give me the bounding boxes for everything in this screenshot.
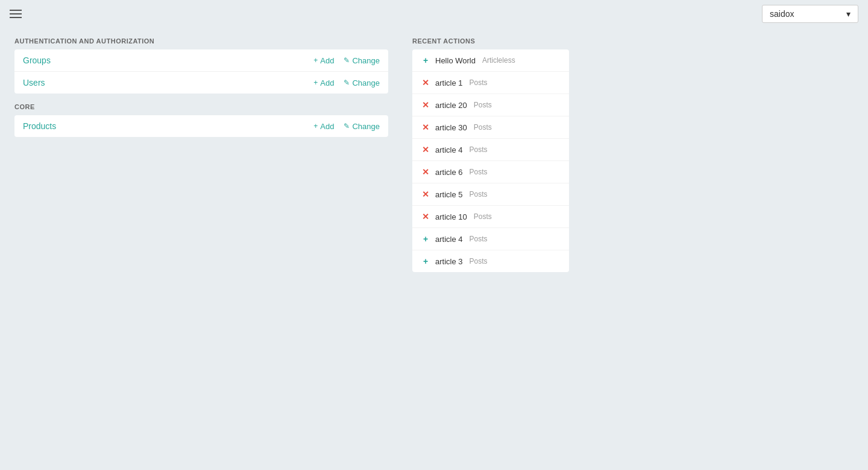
- edit-icon: ✎: [344, 122, 350, 130]
- plus-icon: +: [313, 78, 318, 87]
- groups-change-link[interactable]: ✎ Change: [344, 56, 380, 65]
- products-change-link[interactable]: ✎ Change: [344, 122, 380, 131]
- left-panel: AUTHENTICATION AND AUTHORIZATION Groups …: [14, 37, 388, 272]
- add-icon: +: [421, 234, 430, 244]
- plus-icon: +: [313, 122, 318, 130]
- groups-add-link[interactable]: + Add: [313, 56, 334, 65]
- products-row: Products + Add ✎ Change: [14, 115, 388, 137]
- chevron-down-icon: ▾: [846, 9, 851, 19]
- right-panel: RECENT ACTIONS + Hello World Articleless…: [412, 37, 569, 272]
- main-content: AUTHENTICATION AND AUTHORIZATION Groups …: [0, 28, 868, 282]
- add-icon: +: [421, 56, 430, 65]
- groups-link[interactable]: Groups: [23, 56, 313, 65]
- products-add-label: Add: [320, 122, 334, 131]
- recent-item-type: Posts: [470, 190, 488, 198]
- groups-actions: + Add ✎ Change: [313, 56, 380, 65]
- list-item: ✕ article 4 Posts: [412, 139, 569, 161]
- recent-item-text[interactable]: article 20: [435, 101, 467, 110]
- products-actions: + Add ✎ Change: [313, 122, 380, 131]
- core-section-title: CORE: [14, 103, 388, 110]
- hamburger-menu[interactable]: [10, 10, 22, 18]
- top-bar: saidox ▾: [0, 0, 868, 28]
- auth-section-title: AUTHENTICATION AND AUTHORIZATION: [14, 37, 388, 45]
- recent-item-type: Posts: [474, 101, 492, 109]
- delete-icon: ✕: [421, 189, 430, 199]
- core-section-card: Products + Add ✎ Change: [14, 115, 388, 137]
- delete-icon: ✕: [421, 145, 430, 154]
- delete-icon: ✕: [421, 122, 430, 132]
- recent-item-text[interactable]: article 5: [435, 190, 463, 199]
- recent-item-text[interactable]: article 10: [435, 212, 467, 221]
- list-item: ✕ article 20 Posts: [412, 94, 569, 116]
- recent-item-text[interactable]: Hello World: [435, 56, 476, 65]
- list-item: ✕ article 5 Posts: [412, 183, 569, 206]
- user-dropdown[interactable]: saidox ▾: [762, 5, 858, 23]
- recent-item-type: Posts: [474, 212, 492, 221]
- recent-item-type: Posts: [470, 257, 488, 265]
- delete-icon: ✕: [421, 100, 430, 110]
- recent-actions-card: + Hello World Articleless ✕ article 1 Po…: [412, 49, 569, 272]
- list-item: + article 4 Posts: [412, 228, 569, 250]
- recent-item-text[interactable]: article 4: [435, 235, 463, 244]
- recent-item-text[interactable]: article 3: [435, 257, 463, 266]
- list-item: ✕ article 30 Posts: [412, 116, 569, 139]
- delete-icon: ✕: [421, 167, 430, 177]
- users-row: Users + Add ✎ Change: [14, 72, 388, 94]
- recent-item-type: Posts: [470, 235, 488, 243]
- core-section: CORE Products + Add ✎ Change: [14, 103, 388, 137]
- recent-item-type: Posts: [470, 78, 488, 87]
- users-add-label: Add: [320, 78, 334, 87]
- auth-section-card: Groups + Add ✎ Change Users +: [14, 49, 388, 94]
- products-change-label: Change: [352, 122, 380, 131]
- users-change-label: Change: [352, 78, 380, 87]
- recent-actions-title: RECENT ACTIONS: [412, 37, 569, 45]
- products-link[interactable]: Products: [23, 121, 313, 131]
- recent-item-type: Articleless: [482, 56, 515, 65]
- list-item: ✕ article 10 Posts: [412, 206, 569, 228]
- users-change-link[interactable]: ✎ Change: [344, 78, 380, 87]
- recent-item-text[interactable]: article 4: [435, 145, 463, 154]
- recent-item-text[interactable]: article 6: [435, 168, 463, 177]
- delete-icon: ✕: [421, 78, 430, 87]
- products-add-link[interactable]: + Add: [313, 122, 334, 131]
- groups-add-label: Add: [320, 56, 334, 65]
- user-name: saidox: [770, 9, 794, 19]
- users-actions: + Add ✎ Change: [313, 78, 380, 87]
- recent-item-text[interactable]: article 1: [435, 78, 463, 87]
- delete-icon: ✕: [421, 212, 430, 221]
- edit-icon: ✎: [344, 78, 350, 87]
- plus-icon: +: [313, 56, 318, 65]
- recent-item-type: Posts: [470, 168, 488, 176]
- list-item: ✕ article 1 Posts: [412, 72, 569, 94]
- groups-change-label: Change: [352, 56, 380, 65]
- edit-icon: ✎: [344, 56, 350, 65]
- list-item: ✕ article 6 Posts: [412, 161, 569, 183]
- groups-row: Groups + Add ✎ Change: [14, 49, 388, 72]
- users-add-link[interactable]: + Add: [313, 78, 334, 87]
- recent-item-text[interactable]: article 30: [435, 123, 467, 132]
- recent-item-type: Posts: [474, 123, 492, 132]
- list-item: + article 3 Posts: [412, 250, 569, 272]
- add-icon: +: [421, 256, 430, 266]
- list-item: + Hello World Articleless: [412, 49, 569, 72]
- recent-item-type: Posts: [470, 145, 488, 154]
- users-link[interactable]: Users: [23, 78, 313, 87]
